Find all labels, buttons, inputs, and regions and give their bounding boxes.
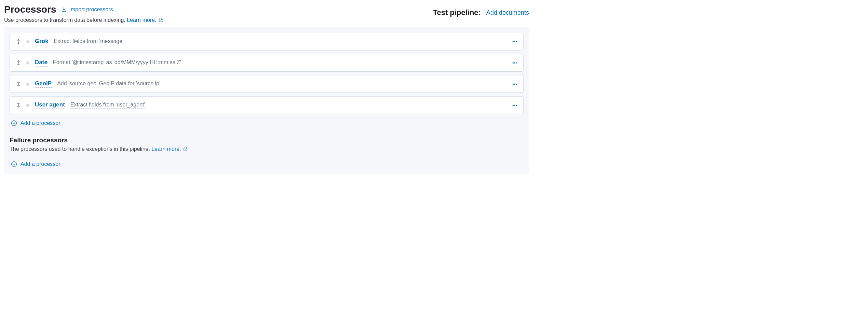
title-line: Processors Import processors <box>4 4 163 15</box>
plus-circle-icon <box>11 161 17 167</box>
processor-description[interactable]: Add 'source.geo' GeoIP data for 'source.… <box>57 81 160 87</box>
processor-name[interactable]: GeoIP <box>35 80 52 88</box>
failure-description: The processors used to handle exceptions… <box>10 146 524 152</box>
import-icon <box>61 7 67 12</box>
processor-row: GeoIPAdd 'source.geo' GeoIP data for 'so… <box>10 75 524 93</box>
failure-desc-text: The processors used to handle exceptions… <box>10 146 151 152</box>
drag-handle-icon[interactable] <box>16 102 21 108</box>
add-processor-button[interactable]: Add a processor <box>10 117 62 128</box>
processor-description[interactable]: Format '@timestamp' as 'dd/MMM/yyyy:HH:m… <box>53 59 181 66</box>
status-dot-icon <box>26 40 29 43</box>
subtitle-text: Use processors to transform data before … <box>4 17 127 23</box>
more-actions-icon[interactable] <box>513 84 517 85</box>
drag-handle-icon[interactable] <box>16 81 21 87</box>
processor-list: GrokExtract fields from 'message'DateFor… <box>10 33 524 114</box>
failure-learn-more-label: Learn more. <box>151 146 181 152</box>
header: Processors Import processors Use process… <box>4 4 529 23</box>
failure-title: Failure processors <box>10 136 524 144</box>
processor-description[interactable]: Extract fields from 'user_agent' <box>70 102 145 109</box>
more-actions-icon[interactable] <box>513 62 517 63</box>
add-failure-processor-button[interactable]: Add a processor <box>10 158 62 169</box>
drag-handle-icon[interactable] <box>16 60 21 66</box>
header-right: Test pipeline: Add documents <box>433 4 529 17</box>
external-link-icon <box>159 18 163 23</box>
page-title: Processors <box>4 4 56 15</box>
plus-circle-icon <box>11 120 17 126</box>
status-dot-icon <box>26 83 29 86</box>
learn-more-label: Learn more. <box>127 17 156 23</box>
status-dot-icon <box>26 61 29 64</box>
processor-name[interactable]: User agent <box>35 101 65 109</box>
external-link-icon <box>183 147 188 152</box>
add-processor-label: Add a processor <box>21 120 60 126</box>
more-actions-icon[interactable] <box>513 41 517 42</box>
more-actions-icon[interactable] <box>513 105 517 106</box>
processor-description[interactable]: Extract fields from 'message' <box>54 38 124 45</box>
header-left: Processors Import processors Use process… <box>4 4 163 23</box>
status-dot-icon <box>26 104 29 107</box>
drag-handle-icon[interactable] <box>16 39 21 44</box>
processor-name[interactable]: Date <box>35 59 48 67</box>
import-processors-label: Import processors <box>69 6 113 13</box>
failure-section: Failure processors The processors used t… <box>10 136 524 169</box>
processor-row: User agentExtract fields from 'user_agen… <box>10 96 524 114</box>
subtitle: Use processors to transform data before … <box>4 17 163 23</box>
add-documents-link[interactable]: Add documents <box>486 9 529 16</box>
processor-name[interactable]: Grok <box>35 38 49 45</box>
learn-more-link[interactable]: Learn more. <box>127 17 163 23</box>
processors-panel: GrokExtract fields from 'message'DateFor… <box>4 27 529 174</box>
processor-row: DateFormat '@timestamp' as 'dd/MMM/yyyy:… <box>10 54 524 72</box>
import-processors-link[interactable]: Import processors <box>61 6 113 13</box>
test-pipeline-label: Test pipeline: <box>433 8 481 17</box>
add-failure-processor-label: Add a processor <box>21 161 60 167</box>
failure-learn-more-link[interactable]: Learn more. <box>151 146 187 152</box>
processor-row: GrokExtract fields from 'message' <box>10 33 524 51</box>
